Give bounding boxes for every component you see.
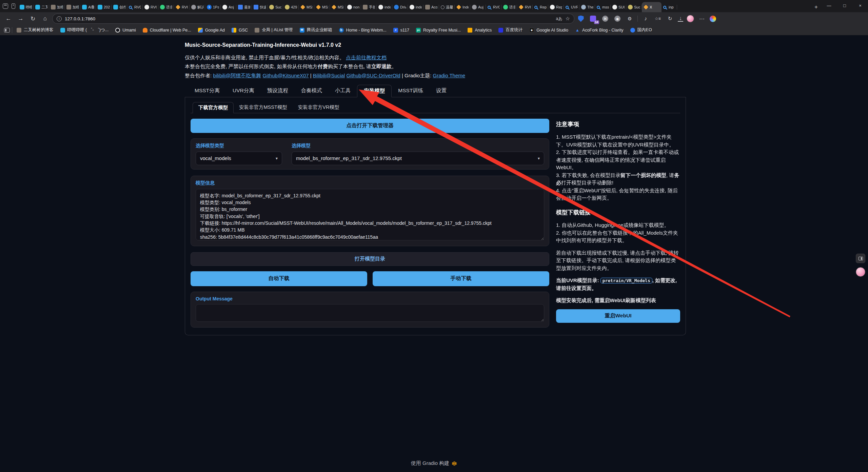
browser-tab[interactable]: 解决 (190, 2, 205, 12)
browser-tab[interactable]: RVC (517, 2, 533, 12)
site-info-icon[interactable]: i (57, 16, 62, 21)
sub-tab-1[interactable]: 安装非官方MSST模型 (234, 102, 293, 113)
browser-tab[interactable]: MSS (299, 2, 314, 12)
output-message-textarea[interactable] (196, 304, 544, 322)
author-link-4[interactable]: Github@SUC-DriverOld (346, 73, 400, 78)
forward-icon[interactable]: → (16, 14, 26, 24)
browser-tab[interactable]: Aco (423, 2, 439, 12)
browser-tab[interactable]: Suc (626, 2, 642, 12)
translate-icon[interactable]: aあ (556, 16, 563, 22)
browser-tab[interactable]: Rep (533, 2, 548, 12)
collections-icon[interactable]: ☆≡ (653, 14, 662, 23)
favorites-bar-icon[interactable] (4, 28, 10, 33)
bookmark-item[interactable]: Home - Bing Webm... (336, 27, 390, 34)
music-note-icon[interactable]: ♪ (641, 14, 650, 23)
main-tab-4[interactable]: 小工具 (329, 85, 357, 97)
browser-tab[interactable]: Suc (268, 2, 283, 12)
tab-search-icon[interactable] (12, 3, 15, 9)
gradio-theme-link[interactable]: Gradio Theme (433, 73, 465, 78)
browser-tab[interactable]: non (346, 2, 361, 12)
bookmark-item[interactable]: 百度统计 (495, 26, 526, 34)
bookmark-item[interactable]: 国内EO (627, 26, 655, 34)
bookmark-item[interactable]: s117 (390, 27, 412, 34)
bookmark-item[interactable]: 哔哩哔哩 ( ゜- ゜)つ... (57, 26, 112, 34)
workspaces-icon[interactable] (3, 3, 8, 9)
bookmark-item[interactable]: Google Ad (195, 27, 228, 34)
browser-tab[interactable]: Rep (548, 2, 564, 12)
model-type-dropdown[interactable]: vocal_models ▾ (196, 152, 282, 165)
restart-webui-button[interactable]: 重启WebUI (556, 309, 680, 323)
main-tab-1[interactable]: UVR分离 (226, 85, 261, 97)
browser-tab[interactable]: UVR (564, 2, 579, 12)
browser-tab[interactable]: AI翻 (80, 2, 96, 12)
browser-tab[interactable]: MSS (330, 2, 346, 12)
reload-icon[interactable]: ↻ (28, 14, 38, 24)
browser-tab[interactable]: inde (408, 2, 423, 12)
bookmark-item[interactable]: AcoFork Blog - Clarity (572, 27, 627, 34)
manual-download-button[interactable]: 手动下载 (373, 271, 549, 286)
open-download-manager-button[interactable]: 点击打开下载管理器 (191, 119, 549, 133)
browser-tab[interactable]: Auj (470, 2, 486, 12)
back-icon[interactable]: ← (3, 14, 14, 24)
purple-extension-icon[interactable]: 14 (589, 14, 597, 23)
browser-tab[interactable]: RVC (174, 2, 190, 12)
bookmark-item[interactable]: 二叉树树的博客 (14, 26, 57, 34)
bitwarden-shield-icon[interactable] (576, 14, 585, 23)
bookmark-item[interactable]: Royalty Free Musi... (413, 27, 464, 34)
command-extension-icon[interactable]: ⌘ (601, 14, 610, 23)
browser-tab[interactable]: Driv (392, 2, 408, 12)
browser-tab[interactable]: RVC (486, 2, 501, 12)
address-bar[interactable]: i 127.0.0.1:7860 aあ ☆ (52, 14, 574, 24)
browser-tab[interactable]: 429 (283, 2, 299, 12)
bookmark-item[interactable]: Google AI Studio (526, 27, 571, 34)
browser-tab[interactable]: Inde (455, 2, 470, 12)
author-link-3[interactable]: Bilibili@Sucial (313, 73, 345, 78)
extensions-puzzle-icon[interactable]: ⚙ (625, 14, 634, 23)
browser-tab[interactable]: inp (662, 2, 677, 12)
browser-tab[interactable]: 哔哩 (18, 2, 34, 12)
downloads-icon[interactable]: ↓ (678, 16, 683, 22)
more-menu-icon[interactable]: ⋯ (697, 14, 706, 23)
main-tab-2[interactable]: 预设流程 (261, 85, 295, 97)
browser-tab[interactable]: 手把 (361, 2, 377, 12)
main-tab-6[interactable]: MSST训练 (392, 85, 430, 97)
main-tab-0[interactable]: MSST分离 (188, 85, 226, 97)
browser-tab[interactable]: 202 (96, 2, 112, 12)
browser-tab[interactable]: RVC (127, 2, 143, 12)
history-icon[interactable]: ↻ (666, 14, 674, 23)
model-info-textarea[interactable] (196, 189, 544, 240)
browser-tab[interactable]: mss (595, 2, 611, 12)
sub-tab-0[interactable]: 下载官方模型 (193, 102, 234, 113)
new-tab-button[interactable]: + (811, 2, 821, 12)
browser-tab[interactable]: 最新 (236, 2, 252, 12)
main-tab-3[interactable]: 合奏模式 (295, 85, 329, 97)
screenshot-camera-icon[interactable]: ◉ (613, 14, 622, 23)
browser-tab[interactable]: The (579, 2, 595, 12)
sub-tab-2[interactable]: 安装非官方VR模型 (293, 102, 345, 113)
bookmark-item[interactable]: Cloudflare | Web Pe... (140, 27, 194, 34)
browser-tab[interactable]: inde (377, 2, 392, 12)
browser-tab[interactable]: 快速 (252, 2, 268, 12)
main-tab-7[interactable]: 设置 (430, 85, 453, 97)
browser-tab[interactable]: 二叉 (34, 2, 49, 12)
author-link-2[interactable]: Github@KitsuneX07 (262, 73, 309, 78)
browser-tab[interactable]: 加哩 (49, 2, 65, 12)
favorite-star-icon[interactable]: ☆ (566, 16, 570, 22)
main-tab-5[interactable]: 安装模型 (357, 85, 392, 97)
copilot-icon[interactable] (710, 16, 716, 22)
browser-tab[interactable]: 创作 (112, 2, 127, 12)
tutorial-doc-link[interactable]: 点击前往教程文档 (346, 55, 387, 60)
browser-tab[interactable]: 语音 (501, 2, 517, 12)
bookmark-item[interactable]: 全局 | AList 管理 (252, 26, 296, 34)
browser-tab[interactable]: 语音 (158, 2, 174, 12)
bookmark-item[interactable]: Umami (112, 27, 139, 34)
auto-download-button[interactable]: 自动下载 (191, 271, 367, 286)
model-select-dropdown[interactable]: model_bs_roformer_ep_317_sdr_12.9755.ckp… (292, 152, 544, 165)
profile-avatar[interactable] (687, 15, 694, 22)
browser-tab[interactable]: RVC (143, 2, 158, 12)
author-link-1[interactable]: bilibili@阿狸不吃隼舞 (213, 73, 261, 78)
browser-tab[interactable]: MSS (314, 2, 330, 12)
bookmark-item[interactable]: GSC (229, 27, 251, 34)
browser-tab[interactable]: SUC (611, 2, 626, 12)
edge-sidebar-handle[interactable] (856, 254, 865, 263)
